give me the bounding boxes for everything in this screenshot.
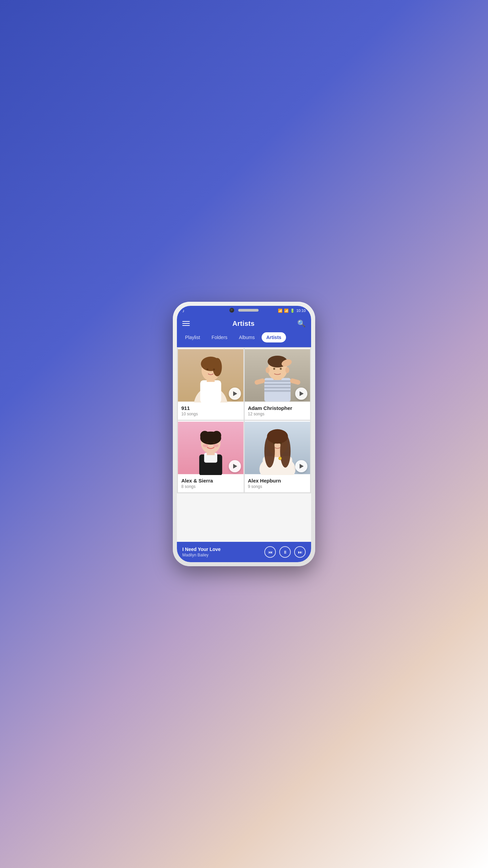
- artist-songs-alex-hepburn: 9 songs: [248, 484, 307, 489]
- artist-info-alex-hepburn: Alex Hepburn 9 songs: [245, 475, 310, 492]
- tab-folders[interactable]: Folders: [207, 332, 232, 342]
- svg-point-20: [265, 367, 269, 373]
- time-display: 10:10: [296, 309, 306, 313]
- svg-rect-12: [264, 383, 290, 385]
- artist-card-adam[interactable]: Adam Christopher 12 songs: [245, 348, 310, 420]
- artist-name-adam: Adam Christopher: [248, 405, 307, 411]
- svg-point-6: [213, 358, 222, 376]
- artist-card-911[interactable]: 911 10 songs: [178, 348, 244, 420]
- artist-card-alex-hepburn[interactable]: Alex Hepburn 9 songs: [245, 421, 310, 492]
- svg-point-49: [279, 457, 281, 459]
- svg-point-32: [200, 432, 221, 445]
- svg-point-35: [203, 444, 208, 447]
- svg-point-34: [213, 442, 215, 444]
- signal-icon: 📶: [284, 309, 289, 313]
- play-button-alex-hepburn[interactable]: [295, 460, 307, 472]
- artist-info-911: 911 10 songs: [178, 402, 244, 420]
- artist-songs-911: 10 songs: [181, 412, 240, 416]
- svg-rect-14: [264, 390, 290, 392]
- play-button-adam[interactable]: [295, 388, 307, 400]
- tab-artists[interactable]: Artists: [262, 332, 286, 342]
- artists-grid: 911 10 songs: [177, 347, 311, 493]
- status-right: 📶 📶 🔋 10:10: [278, 309, 306, 313]
- search-icon[interactable]: 🔍: [297, 319, 306, 328]
- artist-image-wrapper-alex-sierra: [178, 421, 244, 475]
- track-info: I Need Your Love Madilyn Bailey: [182, 547, 264, 557]
- play-triangle-911: [233, 391, 237, 396]
- play-button-alex-sierra[interactable]: [229, 460, 241, 472]
- play-button-911[interactable]: [229, 388, 241, 400]
- phone-hardware: [229, 308, 259, 313]
- track-title: I Need Your Love: [182, 547, 264, 552]
- music-note-icon: ♪: [182, 308, 185, 313]
- tabs-bar: Playlist Folders Albums Artists: [177, 332, 311, 347]
- tab-playlist[interactable]: Playlist: [180, 332, 205, 342]
- artist-songs-adam: 12 songs: [248, 412, 307, 416]
- phone-screen: ♪ 📶 📶 🔋 10:10 Artists 🔍 Playlist Folders: [177, 306, 311, 562]
- artist-image-wrapper-adam: [245, 348, 310, 402]
- artist-name-911: 911: [181, 405, 240, 411]
- svg-point-36: [213, 444, 218, 447]
- svg-rect-2: [200, 380, 221, 402]
- status-left: ♪: [182, 308, 185, 313]
- artist-name-alex-sierra: Alex & Sierra: [181, 478, 240, 484]
- artist-image-wrapper-911: [178, 348, 244, 402]
- play-triangle-adam: [300, 391, 304, 396]
- track-artist: Madilyn Bailey: [182, 553, 264, 557]
- svg-point-8: [213, 369, 215, 371]
- prev-button[interactable]: [264, 546, 276, 558]
- svg-point-47: [280, 442, 282, 445]
- now-playing-bar[interactable]: I Need Your Love Madilyn Bailey: [177, 542, 311, 562]
- artist-card-alex-sierra[interactable]: Alex & Sierra 8 songs: [178, 421, 244, 492]
- artist-name-alex-hepburn: Alex Hepburn: [248, 478, 307, 484]
- play-triangle-alex-sierra: [233, 464, 237, 469]
- svg-point-23: [280, 368, 282, 370]
- camera: [229, 308, 234, 313]
- svg-point-46: [273, 442, 275, 445]
- content-area: 911 10 songs: [177, 347, 311, 542]
- player-controls: [264, 546, 306, 558]
- play-triangle-alex-hepburn: [300, 464, 304, 469]
- next-button[interactable]: [294, 546, 306, 558]
- phone-frame: ♪ 📶 📶 🔋 10:10 Artists 🔍 Playlist Folders: [173, 302, 315, 566]
- svg-point-21: [285, 367, 289, 373]
- menu-button[interactable]: [182, 321, 190, 326]
- battery-icon: 🔋: [290, 309, 295, 313]
- svg-point-7: [206, 369, 208, 371]
- speaker: [238, 309, 259, 312]
- svg-rect-11: [264, 380, 290, 382]
- svg-point-33: [206, 442, 208, 444]
- artist-info-adam: Adam Christopher 12 songs: [245, 402, 310, 420]
- wifi-icon: 📶: [278, 309, 283, 313]
- artist-info-alex-sierra: Alex & Sierra 8 songs: [178, 475, 244, 492]
- pause-button[interactable]: [279, 546, 291, 558]
- artist-image-wrapper-alex-hepburn: [245, 421, 310, 475]
- svg-rect-13: [264, 387, 290, 389]
- svg-point-45: [267, 435, 287, 442]
- page-title: Artists: [232, 320, 255, 328]
- svg-point-22: [273, 368, 275, 370]
- tab-albums[interactable]: Albums: [234, 332, 260, 342]
- app-header: Artists 🔍: [177, 315, 311, 332]
- artist-songs-alex-sierra: 8 songs: [181, 484, 240, 489]
